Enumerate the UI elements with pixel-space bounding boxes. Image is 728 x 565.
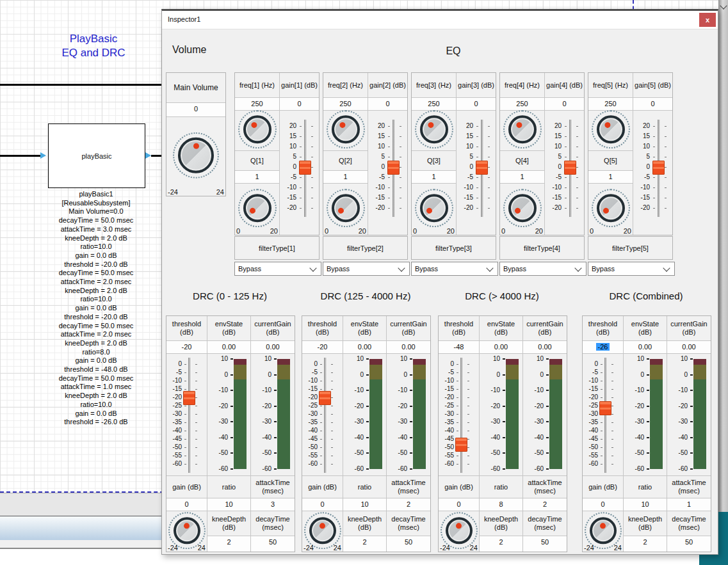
eq-filtertype-select[interactable]: Bypass	[588, 262, 675, 276]
slider-handle[interactable]	[319, 391, 331, 405]
eq-q-knob[interactable]	[332, 194, 360, 222]
eq-gain-value[interactable]: 0	[633, 98, 672, 111]
tick-label: -10	[207, 386, 228, 394]
block-parameter-line: threshold = -20.0 dB	[13, 313, 179, 322]
eq-q-value[interactable]: 1	[323, 171, 368, 184]
tick-mark	[231, 358, 233, 360]
main-volume-value[interactable]: 0	[166, 103, 225, 117]
close-icon[interactable]: x	[699, 13, 716, 27]
drc-gain-knob[interactable]	[309, 517, 336, 544]
eq-q-knob[interactable]	[597, 194, 625, 222]
drc-ratio-value[interactable]: 10	[207, 498, 250, 511]
eq-filtertype-selected-value: Bypass	[327, 265, 350, 273]
eq-filtertype-select[interactable]: Bypass	[411, 262, 498, 276]
eq-q-knob[interactable]	[508, 194, 537, 222]
eq-gain-value[interactable]: 0	[457, 98, 496, 111]
drc-attacktime-value[interactable]: 2	[523, 498, 567, 511]
drc-kneedepth-value[interactable]: 2	[480, 536, 522, 552]
main-volume-knob[interactable]	[178, 137, 214, 173]
drc-ratio-value[interactable]: 8	[480, 498, 522, 511]
drc-gain-value[interactable]: 0	[439, 498, 479, 511]
slider-handle[interactable]	[652, 161, 665, 175]
eq-freq-knob[interactable]	[420, 115, 448, 143]
eq-q-value[interactable]: 1	[412, 171, 456, 184]
drc-threshold-value[interactable]: -20	[166, 341, 207, 354]
eq-freq-knob[interactable]	[332, 115, 360, 143]
eq-q-knob[interactable]	[420, 194, 448, 222]
slider-handle[interactable]	[476, 161, 488, 175]
drc-currentgain-header: currentGain (dB)	[523, 316, 567, 341]
tick-label: 20	[457, 122, 473, 130]
tick-mark	[366, 452, 369, 454]
playbasic-subsystem-block[interactable]: playBasic	[48, 123, 145, 188]
eq-gain-header: gain[3] (dB)	[457, 73, 496, 98]
drc-kneedepth-value[interactable]: 2	[624, 536, 667, 552]
drc-gain-knob[interactable]	[174, 517, 200, 544]
drc-threshold-value[interactable]: -26	[583, 341, 623, 354]
slider-handle[interactable]	[455, 438, 467, 452]
eq-gain-value[interactable]: 0	[368, 98, 407, 111]
eq-q-value[interactable]: 1	[235, 171, 279, 184]
drc-kneedepth-value[interactable]: 2	[343, 536, 386, 552]
eq-gain-column: gain[5] (dB)020151050-5-10-15-20	[633, 73, 672, 235]
tick-mark	[503, 452, 505, 454]
drc-decaytime-value[interactable]: 50	[251, 536, 295, 552]
tick-label: 15	[368, 132, 385, 140]
tick-mark	[576, 208, 578, 209]
slider-handle[interactable]	[564, 161, 576, 175]
drc-decaytime-value[interactable]: 50	[523, 536, 567, 552]
eq-freq-value[interactable]: 250	[500, 98, 544, 111]
slider-handle[interactable]	[299, 161, 311, 175]
drc-ratio-value[interactable]: 10	[343, 498, 386, 511]
chevron-down-icon[interactable]	[720, 2, 727, 9]
eq-freq-value[interactable]: 250	[323, 98, 368, 111]
drc-gain-knob[interactable]	[590, 517, 617, 544]
drc-ratio-value[interactable]: 10	[624, 498, 667, 511]
eq-filtertype-select[interactable]: Bypass	[234, 262, 321, 276]
drc-attacktime-value[interactable]: 2	[387, 498, 430, 511]
drc-attacktime-value[interactable]: 1	[667, 498, 711, 511]
eq-gain-value[interactable]: 0	[280, 98, 319, 111]
drc-decaytime-value[interactable]: 50	[387, 536, 430, 552]
drc-threshold-value[interactable]: -48	[439, 341, 479, 354]
eq-q-value[interactable]: 1	[500, 171, 544, 184]
tick-mark	[665, 136, 667, 137]
tick-mark	[366, 468, 369, 470]
diagram-annotation-line1: PlayBasic	[26, 32, 161, 46]
eq-freq-knob[interactable]	[597, 115, 625, 143]
eq-q-knob-zone: 020	[500, 184, 544, 235]
drc-threshold-value[interactable]: -20	[302, 341, 343, 354]
tick-mark	[366, 406, 369, 407]
slider-handle[interactable]	[387, 161, 400, 175]
meter-zone-olive	[549, 365, 562, 379]
tick-label: 10	[480, 355, 500, 363]
eq-q-knob[interactable]	[243, 194, 271, 222]
eq-filtertype-select[interactable]: Bypass	[323, 262, 410, 276]
knob-pointer-arm	[597, 195, 624, 221]
block-parameter-line: ratio=10.0	[13, 295, 179, 304]
slider-handle[interactable]	[183, 391, 195, 405]
drc-gain-value[interactable]: 0	[583, 498, 623, 511]
eq-q-value[interactable]: 1	[588, 171, 633, 184]
vertical-scrollbar[interactable]	[718, 0, 728, 513]
eq-freq-value[interactable]: 250	[235, 98, 279, 111]
tick-mark	[274, 468, 277, 470]
block-parameter-line: [ReusableSubsystem]	[13, 199, 179, 208]
slider-handle[interactable]	[599, 401, 611, 415]
tick-label: 10	[523, 355, 544, 363]
drc-gain-value[interactable]: 0	[166, 498, 207, 511]
eq-filtertype-select[interactable]: Bypass	[499, 262, 586, 276]
eq-gain-value[interactable]: 0	[545, 98, 584, 111]
eq-freq-knob[interactable]	[243, 115, 271, 143]
drc-kneedepth-value[interactable]: 2	[207, 536, 250, 552]
eq-freq-value[interactable]: 250	[588, 98, 633, 111]
drc-attacktime-value[interactable]: 3	[251, 498, 295, 511]
tick-mark	[611, 447, 613, 448]
eq-freq-value[interactable]: 250	[412, 98, 456, 111]
drc-gain-value[interactable]: 0	[302, 498, 343, 511]
drc-gain-knob[interactable]	[446, 517, 473, 544]
drc-decaytime-value[interactable]: 50	[667, 536, 711, 552]
window-titlebar[interactable]: Inspector1 x	[162, 11, 718, 29]
eq-freq-knob[interactable]	[508, 115, 537, 143]
tick-mark	[195, 381, 197, 381]
